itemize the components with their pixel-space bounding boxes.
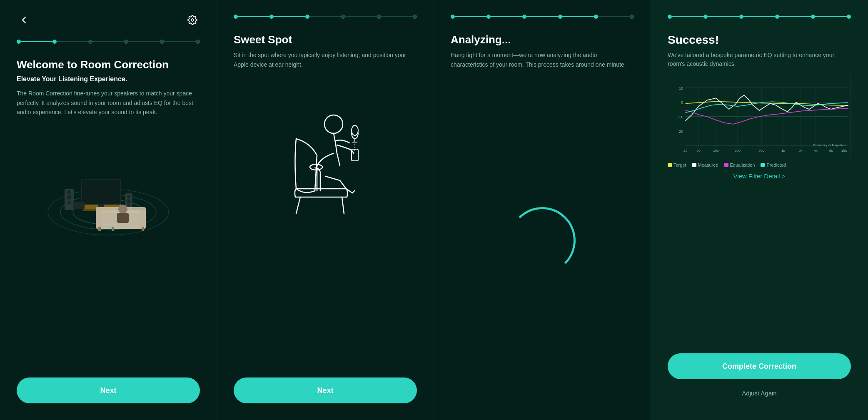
svg-point-10 <box>67 190 71 194</box>
svg-rect-24 <box>142 227 144 231</box>
adjust-again-button[interactable]: Adjust Again <box>668 382 851 403</box>
progress-bar-1 <box>17 38 200 46</box>
svg-text:4k: 4k <box>814 149 818 152</box>
svg-rect-23 <box>112 227 114 231</box>
progress-line <box>345 16 377 17</box>
progress-dot <box>558 15 562 19</box>
panel2-title: Sweet Spot <box>234 33 417 46</box>
progress-dot <box>630 15 634 19</box>
progress-dot <box>775 15 779 19</box>
svg-point-0 <box>191 19 194 21</box>
svg-point-14 <box>127 195 130 198</box>
progress-line <box>128 41 160 42</box>
svg-text:-10: -10 <box>678 115 683 119</box>
panel1-title: Welcome to Room Correction <box>17 58 200 71</box>
svg-rect-7 <box>82 180 120 204</box>
progress-dot <box>703 15 708 19</box>
svg-rect-22 <box>98 227 101 231</box>
progress-dot <box>124 40 128 44</box>
next-button-1[interactable]: Next <box>17 378 200 403</box>
progress-dot <box>847 15 851 19</box>
person-scene-svg <box>271 85 379 218</box>
settings-button[interactable] <box>185 12 200 28</box>
panel-welcome: Welcome to Room Correction Elevate Your … <box>0 0 217 420</box>
progress-dot <box>234 15 238 19</box>
progress-dot <box>269 15 274 19</box>
svg-rect-17 <box>73 202 85 209</box>
progress-dot <box>594 15 598 19</box>
legend-measured: Measured <box>692 162 718 168</box>
progress-line <box>598 16 630 17</box>
progress-line <box>491 16 522 17</box>
panel1-body: The Room Correction fine-tunes your spea… <box>17 89 200 117</box>
progress-line <box>164 41 196 42</box>
progress-bar-4 <box>668 12 851 21</box>
room-scene-svg <box>42 129 175 245</box>
svg-text:1k: 1k <box>781 149 786 152</box>
panel3-title: Analyzing... <box>451 33 634 46</box>
svg-text:-20: -20 <box>678 130 683 134</box>
view-filter-link[interactable]: View Filter Detail > <box>668 172 851 180</box>
eq-chart: 10 0 -10 -20 20 50 100 200 500 1k 2k 4k … <box>668 75 851 158</box>
progress-dot <box>377 15 381 19</box>
legend-label-equalization: Equalization <box>730 162 755 168</box>
svg-point-25 <box>118 205 127 214</box>
svg-text:Frequency vs Magnitude: Frequency vs Magnitude <box>813 144 846 147</box>
room-illustration <box>17 125 200 249</box>
legend-predicted: Predicted <box>761 162 786 168</box>
svg-text:10: 10 <box>679 86 683 90</box>
svg-text:100: 100 <box>713 149 719 152</box>
svg-point-28 <box>324 115 343 133</box>
progress-dot <box>160 40 164 44</box>
svg-text:500: 500 <box>758 149 764 152</box>
svg-rect-8 <box>98 205 104 207</box>
progress-line <box>57 41 88 42</box>
back-button[interactable] <box>17 12 32 28</box>
panel3-body: Hang tight for a moment—we're now analyz… <box>451 50 634 69</box>
legend-equalization: Equalization <box>724 162 755 168</box>
progress-line <box>672 16 703 17</box>
next-button-2[interactable]: Next <box>234 378 417 403</box>
progress-dot <box>196 40 200 44</box>
progress-line <box>309 16 341 17</box>
progress-line <box>562 16 594 17</box>
progress-line <box>238 16 269 17</box>
progress-dot <box>486 15 491 19</box>
svg-text:20: 20 <box>683 149 688 152</box>
progress-dot <box>668 15 672 19</box>
legend-color-equalization <box>724 163 728 167</box>
progress-line <box>274 16 305 17</box>
progress-dot <box>811 15 815 19</box>
legend-color-target <box>668 163 672 167</box>
person-illustration <box>234 78 417 225</box>
spinner-illustration <box>451 78 634 403</box>
legend-label-predicted: Predicted <box>766 162 786 168</box>
progress-dot <box>522 15 526 19</box>
svg-text:8k: 8k <box>829 149 833 152</box>
success-body: We've tailored a bespoke parametric EQ s… <box>668 51 851 68</box>
svg-point-12 <box>67 201 71 205</box>
svg-text:50: 50 <box>696 149 701 152</box>
progress-line <box>779 16 811 17</box>
panel1-header <box>17 12 200 28</box>
complete-correction-button[interactable]: Complete Correction <box>668 353 851 379</box>
svg-text:2k: 2k <box>799 149 803 152</box>
svg-point-30 <box>352 125 358 135</box>
svg-text:16k: 16k <box>841 149 847 152</box>
svg-text:200: 200 <box>735 149 741 152</box>
legend-target: Target <box>668 162 686 168</box>
progress-dot <box>341 15 345 19</box>
progress-line <box>21 41 52 42</box>
progress-dot <box>413 15 417 19</box>
legend-label-target: Target <box>673 162 686 168</box>
legend-color-measured <box>692 163 696 167</box>
svg-point-15 <box>127 199 131 203</box>
progress-line <box>743 16 775 17</box>
progress-bar-3 <box>451 12 634 21</box>
loading-spinner <box>505 203 580 278</box>
svg-point-11 <box>67 195 72 200</box>
svg-text:0: 0 <box>681 101 683 105</box>
progress-dot <box>305 15 309 19</box>
progress-dot <box>451 15 455 19</box>
panel2-body: Sit in the spot where you typically enjo… <box>234 50 417 69</box>
